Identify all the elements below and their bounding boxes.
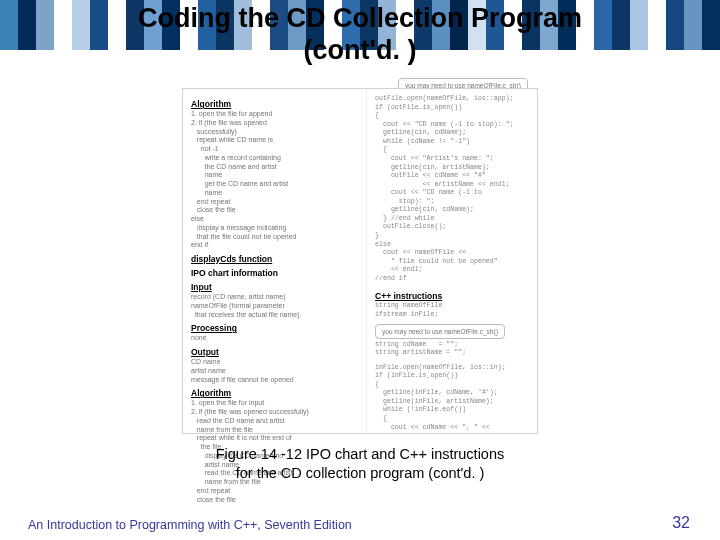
figure-14-12: Algorithm 1. open the file for append 2.…: [182, 88, 538, 434]
processing-heading: Processing: [191, 323, 358, 333]
input-text: record (CD name, artist name) nameOfFile…: [191, 293, 358, 319]
footer-book-title: An Introduction to Programming with C++,…: [28, 518, 352, 532]
code-block-2: string nameOfFile ifstream inFile;: [375, 302, 529, 319]
inline-callout: you may need to use nameOfFile.c_str(): [375, 324, 505, 339]
title-line-2: (cont'd. ): [304, 35, 417, 65]
output-text: CD name artist name message if file cann…: [191, 358, 358, 384]
code-block-4: inFile.open(nameOfFile, ios::in); if (in…: [375, 364, 529, 433]
caption-line-1: Figure 14 -12 IPO chart and C++ instruct…: [216, 446, 505, 462]
algorithm-text-1: 1. open the file for append 2. if (the f…: [191, 110, 358, 136]
algorithm-text-2: repeat while CD name is not -1 write a r…: [191, 136, 358, 215]
display-heading: displayCds function: [191, 254, 358, 264]
title-line-1: Coding the CD Collection Program: [138, 3, 582, 33]
input-heading: Input: [191, 282, 358, 292]
figure-caption: Figure 14 -12 IPO chart and C++ instruct…: [0, 445, 720, 483]
ipo-column: Algorithm 1. open the file for append 2.…: [183, 89, 367, 433]
algorithm-heading: Algorithm: [191, 99, 358, 109]
slide: Coding the CD Collection Program (cont'd…: [0, 0, 720, 540]
ipo-heading: IPO chart information: [191, 268, 358, 278]
algorithm2-heading: Algorithm: [191, 388, 358, 398]
output-heading: Output: [191, 347, 358, 357]
cpp-heading: C++ instructions: [375, 291, 529, 301]
page-number: 32: [672, 514, 690, 532]
code-block-1: outFile.open(nameOfFile, ios::app); if (…: [375, 95, 529, 283]
algorithm-text-3: else display a message indicating that t…: [191, 215, 358, 250]
code-block-3: string cdName = ""; string artistName = …: [375, 341, 529, 358]
processing-text: none: [191, 334, 358, 343]
slide-title: Coding the CD Collection Program (cont'd…: [0, 2, 720, 67]
caption-line-2: for the CD collection program (cont'd. ): [236, 465, 485, 481]
cpp-column: outFile.open(nameOfFile, ios::app); if (…: [367, 89, 537, 433]
